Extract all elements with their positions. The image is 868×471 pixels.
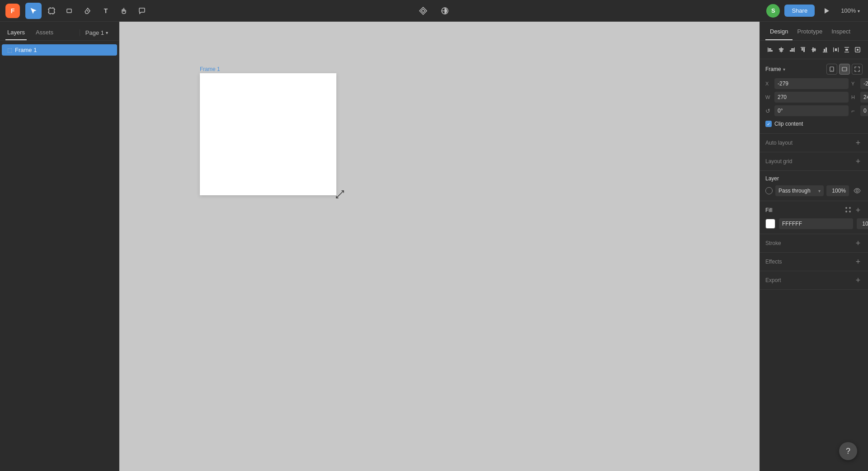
svg-rect-30 [826,47,827,52]
align-right-btn[interactable] [787,44,797,55]
layout-grid-add-btn[interactable]: + [854,157,863,166]
svg-rect-24 [803,48,805,52]
svg-rect-17 [779,48,783,50]
blend-mode-select[interactable]: Pass through ▾ [775,185,824,196]
x-input[interactable] [774,78,849,89]
layer-name: Frame 1 [15,47,37,53]
auto-layout-section[interactable]: Auto layout + [760,134,868,152]
fill-hex-input[interactable] [779,218,853,229]
assets-tab[interactable]: Assets [34,25,55,40]
fill-section-header: Fill + [765,206,863,215]
frame-layer-icon: ⬚ [7,47,12,53]
wh-row: W H [765,92,863,103]
pen-tool[interactable] [80,3,96,19]
effects-add-btn[interactable]: + [854,257,863,266]
svg-rect-36 [845,49,848,51]
svg-rect-15 [769,50,773,52]
zoom-label[interactable]: 100% ▾ [838,5,863,16]
h-input[interactable] [860,92,868,103]
stroke-section[interactable]: Stroke + [760,234,868,253]
svg-rect-32 [838,47,839,52]
fill-opacity-input[interactable] [857,218,868,229]
layout-grid-title: Layout grid [765,158,792,165]
component-tool[interactable] [415,3,431,19]
page-selector[interactable]: Page 1 ▾ [80,29,113,36]
svg-rect-39 [855,47,860,48]
svg-rect-34 [844,47,849,48]
w-input[interactable] [774,92,849,103]
distribute-v-btn[interactable] [842,44,852,55]
svg-rect-40 [855,52,860,53]
share-button[interactable]: Share [784,5,815,17]
frame-tablet-btn[interactable] [839,64,850,75]
svg-rect-9 [67,9,71,13]
svg-rect-13 [768,47,769,52]
effects-title: Effects [765,259,782,265]
layout-grid-section[interactable]: Layout grid + [760,152,868,171]
hand-tool[interactable] [116,3,132,19]
toolbar-right: S Share 100% ▾ [766,4,863,18]
align-left-btn[interactable] [765,44,775,55]
layers-tab[interactable]: Layers [5,25,27,40]
fill-row: − [765,218,863,229]
align-bottom-btn[interactable] [820,44,830,55]
help-button[interactable]: ? [839,442,857,460]
export-title: Export [765,277,781,283]
y-input[interactable] [860,78,868,89]
align-center-h-btn[interactable] [776,44,786,55]
figma-logo[interactable]: F [5,4,20,18]
text-tool[interactable]: T [98,3,114,19]
frame-tool[interactable] [43,3,60,19]
svg-rect-37 [855,47,856,52]
svg-point-43 [831,71,832,71]
play-button[interactable] [819,4,834,18]
svg-rect-33 [835,48,837,51]
svg-point-45 [846,69,846,69]
frame-phone-btn[interactable] [826,64,837,75]
fill-color-swatch[interactable] [765,219,775,229]
tab-inspect[interactable]: Inspect [827,22,855,40]
layer-section: Layer Pass through ▾ [760,171,868,201]
shape-tool[interactable] [61,3,78,19]
clip-content-label: Clip content [774,121,803,127]
move-tool[interactable] [25,3,42,19]
auto-layout-add-btn[interactable]: + [854,138,863,147]
align-top-btn[interactable] [798,44,808,55]
frame-box[interactable] [200,73,336,195]
opacity-input[interactable] [826,185,849,196]
right-sidebar-tabs: Design Prototype Inspect [760,22,868,41]
export-section[interactable]: Export + [760,271,868,290]
visibility-toggle-btn[interactable] [852,185,863,196]
fill-add-btn[interactable]: + [854,206,863,215]
align-middle-btn[interactable] [809,44,819,55]
comment-tool[interactable] [134,3,150,19]
clip-content-checkbox[interactable]: ✓ [765,121,772,127]
stroke-add-btn[interactable]: + [854,239,863,248]
export-add-btn[interactable]: + [854,276,863,285]
svg-rect-41 [857,49,859,51]
svg-rect-38 [859,47,860,52]
rotation-input[interactable] [774,105,849,116]
fill-adjust-icon[interactable] [845,207,852,213]
page-chevron-icon: ▾ [106,30,108,35]
corner-input[interactable] [860,105,868,116]
theme-tool[interactable] [437,3,453,19]
alignment-row [760,41,868,59]
fill-header-icons: + [845,206,863,215]
tab-prototype[interactable]: Prototype [793,22,827,40]
svg-rect-0 [49,8,54,14]
clip-content-row: ✓ Clip content [765,119,863,129]
fill-title: Fill [765,207,772,213]
y-label: Y [851,81,858,86]
main-layout: Layers Assets Page 1 ▾ ⬚ Frame 1 Frame 1 [0,22,868,471]
canvas-area[interactable]: Frame 1 [119,22,760,471]
distribute-h-btn[interactable] [831,44,841,55]
avatar: S [766,4,780,18]
xy-row: X Y [765,78,863,89]
tidy-btn[interactable] [853,44,863,55]
layer-section-title: Layer [765,175,779,182]
frame-resize-btn[interactable] [852,64,863,75]
tab-design[interactable]: Design [765,22,793,40]
effects-section[interactable]: Effects + [760,253,868,271]
layer-item-frame1[interactable]: ⬚ Frame 1 [2,44,117,56]
